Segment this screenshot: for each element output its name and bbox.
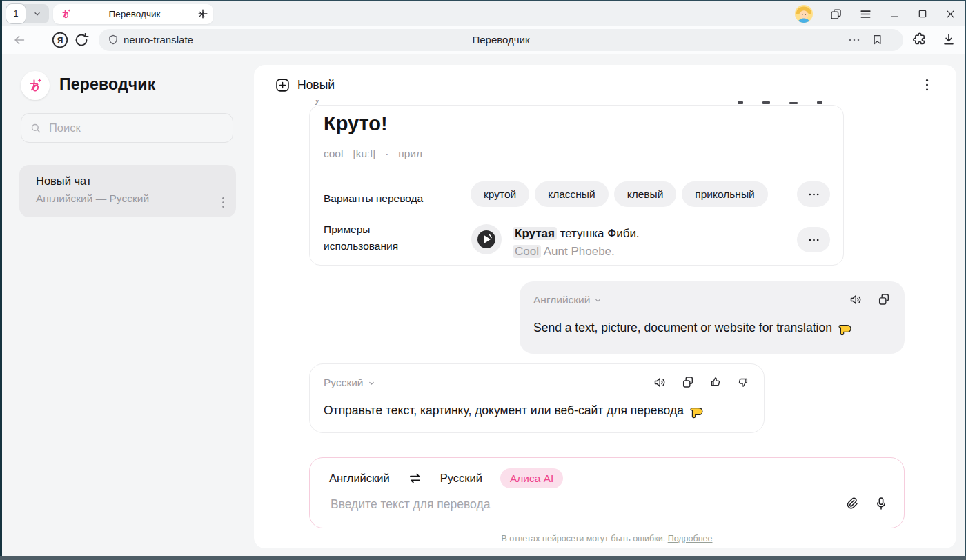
tab-title: Переводчик	[72, 9, 197, 19]
example-ru-highlight: Крутая	[513, 227, 557, 240]
example-ru-rest: тетушка Фиби.	[557, 227, 640, 240]
pointing-hand-icon	[689, 403, 704, 419]
clipped-icon-fragment	[789, 102, 798, 104]
alice-ai-badge[interactable]: Алиса AI	[500, 468, 563, 488]
dictionary-headword: Круто!	[324, 112, 388, 135]
copy-icon[interactable]	[681, 375, 695, 390]
svg-text:Я: Я	[57, 36, 63, 46]
clipped-content-fragment: у	[315, 100, 323, 105]
browser-tab-bar: 1 Переводчик	[2, 1, 965, 26]
sidebar-chat-item[interactable]: Новый чат Английский — Русский	[19, 165, 236, 217]
translation-input[interactable]	[329, 497, 812, 512]
source-language-button[interactable]: Английский	[329, 472, 390, 485]
window-minimize-button[interactable]	[889, 8, 900, 20]
dictionary-subline: cool [kuːl] · прил	[324, 148, 422, 160]
translation-composer: Английский Русский Алиса AI	[309, 457, 905, 528]
variants-more-button[interactable]	[797, 181, 830, 207]
translation-variants: крутой классный клевый прикольный	[471, 181, 768, 207]
app-logo	[21, 71, 50, 100]
chat-kebab-icon[interactable]	[221, 196, 225, 209]
window-frame-bottom	[0, 556, 966, 560]
clipped-icon-fragment	[738, 101, 743, 104]
target-language-button[interactable]: Русский	[440, 472, 482, 485]
chevron-down-icon[interactable]	[26, 10, 49, 18]
window-maximize-button[interactable]	[917, 8, 928, 19]
play-example-button[interactable]	[471, 224, 502, 254]
chat-language-pair: Английский — Русский	[36, 192, 224, 205]
chat-title: Новый чат	[36, 174, 224, 188]
speaker-icon[interactable]	[653, 375, 667, 390]
page-title: Переводчик	[99, 34, 903, 46]
window-close-button[interactable]	[945, 8, 956, 20]
search-input[interactable]	[48, 121, 224, 135]
example-en-highlight: Cool	[513, 245, 541, 258]
browser-toolbar: Я neuro-translate Переводчик	[2, 26, 965, 54]
tab-group-count[interactable]: 1	[6, 4, 26, 23]
speaker-icon[interactable]	[849, 292, 863, 307]
downloads-icon[interactable]	[941, 32, 956, 47]
clipped-icon-fragment	[817, 101, 822, 104]
side-panels-icon[interactable]	[829, 8, 842, 21]
yandex-browser-icon[interactable]: Я	[51, 31, 69, 49]
extensions-icon[interactable]	[912, 32, 927, 47]
address-more-icon[interactable]	[848, 38, 860, 42]
pointing-hand-icon	[837, 320, 853, 336]
sidebar-search[interactable]	[21, 113, 233, 143]
attach-file-icon[interactable]	[844, 496, 858, 511]
address-bar[interactable]: neuro-translate Переводчик	[99, 29, 903, 51]
variant-chip[interactable]: прикольный	[682, 181, 767, 207]
new-tab-button[interactable]	[195, 6, 210, 21]
translator-app: Переводчик Новый чат Английский — Русски…	[2, 54, 965, 556]
browser-tab-translator[interactable]: Переводчик	[53, 4, 213, 24]
panel-kebab-icon[interactable]	[925, 78, 929, 92]
message-text: Отправьте текст, картинку, документ или …	[324, 403, 704, 419]
examples-label: Примеры использования	[324, 221, 398, 254]
window-frame-left	[0, 0, 2, 560]
variant-chip[interactable]: классный	[535, 181, 608, 207]
new-chat-button[interactable]: Новый	[275, 77, 335, 93]
message-language-selector[interactable]: Английский	[533, 294, 602, 306]
variant-chip[interactable]: клевый	[614, 181, 677, 207]
chat-panel: Новый у Круто! cool [kuːl] · прил Вариан…	[254, 65, 956, 548]
app-title: Переводчик	[59, 75, 155, 94]
message-bubble-english: Английский Send a text, picture, documen…	[520, 281, 905, 354]
disclaimer-more-link[interactable]: Подробнее	[668, 534, 713, 543]
part-of-speech: прил	[398, 148, 422, 160]
dot-separator: ·	[385, 148, 388, 160]
usage-example: Крутая тетушка Фиби. Cool Aunt Phoebe.	[513, 225, 640, 261]
browser-menu-icon[interactable]	[859, 8, 872, 21]
dictionary-card: Круто! cool [kuːl] · прил Варианты перев…	[309, 105, 844, 266]
ai-disclaimer: В ответах нейросети могут быть ошибки. П…	[309, 534, 905, 543]
search-icon	[30, 122, 42, 134]
examples-more-button[interactable]	[797, 227, 830, 252]
microphone-icon[interactable]	[874, 496, 889, 511]
thumbs-up-icon[interactable]	[709, 375, 722, 390]
message-language-selector[interactable]: Русский	[324, 377, 375, 389]
copy-icon[interactable]	[877, 292, 891, 307]
reload-icon[interactable]	[73, 32, 90, 48]
thumbs-down-icon[interactable]	[736, 375, 750, 390]
back-icon[interactable]	[12, 32, 27, 48]
example-en-rest: Aunt Phoebe.	[541, 245, 615, 258]
message-text: Send a text, picture, document or websit…	[533, 320, 853, 336]
bookmark-icon[interactable]	[871, 33, 884, 46]
new-chat-label: Новый	[297, 78, 335, 92]
variants-label: Варианты перевода	[324, 192, 423, 205]
variant-chip[interactable]: крутой	[471, 181, 529, 207]
alice-avatar[interactable]	[795, 5, 813, 23]
tab-group-control[interactable]: 1	[6, 4, 49, 23]
message-bubble-russian: Русский Отправьте текст, картинку, доку	[309, 363, 765, 433]
translator-logo-icon	[60, 8, 72, 20]
transcription: [kuːl]	[353, 148, 375, 160]
swap-languages-icon[interactable]	[408, 471, 422, 486]
plus-square-icon	[275, 77, 290, 93]
clipped-icon-fragment	[762, 101, 770, 104]
window-frame-top	[0, 0, 966, 1]
source-word: cool	[324, 148, 343, 160]
